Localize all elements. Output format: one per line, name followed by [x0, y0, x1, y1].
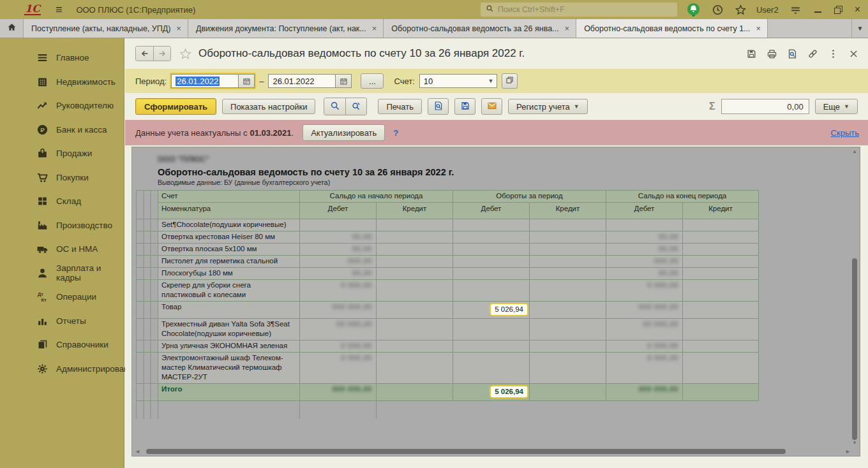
- amount-cell[interactable]: [683, 256, 759, 268]
- table-row[interactable]: Отвертка крестовая Heiser 80 мм00,0000,0…: [137, 231, 759, 244]
- more-button[interactable]: Еще▼: [815, 99, 858, 114]
- actualize-button[interactable]: Актуализировать: [303, 124, 385, 141]
- amount-cell[interactable]: [377, 231, 453, 244]
- nomenclature-cell[interactable]: Трехместный диван Yalta Sofa 3¶Seat Choc…: [158, 319, 300, 340]
- home-tab[interactable]: [0, 19, 24, 38]
- amount-cell[interactable]: 0 000,00: [606, 353, 683, 384]
- restore-button[interactable]: [834, 6, 842, 13]
- amount-cell[interactable]: [377, 244, 453, 256]
- amount-cell[interactable]: [683, 340, 759, 353]
- amount-cell[interactable]: [453, 340, 530, 353]
- amount-cell[interactable]: [453, 353, 530, 384]
- vertical-scroll-thumb[interactable]: [852, 258, 857, 440]
- amount-cell[interactable]: [683, 268, 759, 280]
- sidebar-item-trend[interactable]: Руководителю: [0, 94, 124, 118]
- amount-cell[interactable]: [453, 231, 530, 244]
- sidebar-item-dtkt[interactable]: ДтКтОперации: [0, 285, 124, 309]
- amount-cell[interactable]: [530, 244, 606, 256]
- find-button[interactable]: [324, 98, 345, 115]
- amount-cell[interactable]: [453, 256, 530, 268]
- table-row[interactable]: Отвертка плоская 5х100 мм00,0000,00: [137, 244, 759, 256]
- favorite-star-icon[interactable]: [179, 47, 192, 61]
- table-row[interactable]: Электромонтажный шкаф Телеком-мастер Кли…: [137, 353, 759, 384]
- amount-cell[interactable]: [453, 244, 530, 256]
- calendar-icon[interactable]: [238, 75, 254, 87]
- sidebar-item-ruble[interactable]: РБанк и касса: [0, 118, 124, 142]
- amount-cell[interactable]: [453, 268, 530, 280]
- amount-cell[interactable]: 0 000,00: [606, 340, 683, 353]
- scroll-right-icon[interactable]: ►: [845, 448, 851, 455]
- autosum-field[interactable]: [721, 99, 809, 114]
- link-icon[interactable]: [807, 48, 818, 59]
- nomenclature-cell[interactable]: Отвертка крестовая Heiser 80 мм: [158, 231, 300, 244]
- sidebar-item-person[interactable]: Зарплата и кадры: [0, 261, 124, 286]
- tab-close-icon[interactable]: ×: [565, 24, 570, 33]
- amount-cell[interactable]: [530, 302, 606, 319]
- amount-cell[interactable]: [377, 384, 453, 401]
- amount-cell[interactable]: [530, 268, 606, 280]
- scroll-left-icon[interactable]: ◄: [135, 448, 140, 455]
- table-row[interactable]: Пистолет для герметика стальной000,00000…: [137, 256, 759, 268]
- amount-cell[interactable]: [377, 319, 453, 340]
- amount-cell[interactable]: [453, 319, 530, 340]
- amount-cell[interactable]: [683, 280, 759, 302]
- horizontal-scroll-thumb[interactable]: [146, 449, 786, 454]
- table-row[interactable]: Скрепер для уборки снега пластиковый с к…: [137, 280, 759, 302]
- save-button[interactable]: [454, 98, 475, 115]
- sidebar-item-menu[interactable]: Главное: [0, 46, 124, 70]
- table-row[interactable]: Трехместный диван Yalta Sofa 3¶Seat Choc…: [137, 319, 759, 340]
- back-button[interactable]: [136, 47, 153, 61]
- amount-cell[interactable]: 000 000,00: [606, 384, 683, 401]
- tab-close-icon[interactable]: ×: [372, 24, 377, 33]
- sidebar-item-truck[interactable]: ОС и НМА: [0, 237, 124, 261]
- save-icon[interactable]: [746, 48, 757, 59]
- amount-cell[interactable]: 000,00: [606, 256, 683, 268]
- amount-cell[interactable]: 5 026,94: [453, 384, 530, 401]
- amount-cell[interactable]: [530, 384, 606, 401]
- sidebar-item-building[interactable]: Недвижимость: [0, 70, 124, 94]
- amount-cell[interactable]: 0 000,00: [300, 280, 377, 302]
- total-row[interactable]: Итого000 000,005 026,94000 000,00: [137, 384, 759, 401]
- tab[interactable]: Оборотно-сальдовая ведомость за 26 янва.…: [384, 19, 576, 38]
- hide-warning-link[interactable]: Скрыть: [831, 128, 859, 138]
- tab[interactable]: Поступление (акты, накладные, УПД)×: [24, 19, 188, 38]
- amount-cell[interactable]: [453, 280, 530, 302]
- amount-cell[interactable]: 000 000,00: [300, 384, 377, 401]
- amount-cell[interactable]: [377, 340, 453, 353]
- sidebar-item-books[interactable]: Справочники: [0, 333, 124, 357]
- amount-cell[interactable]: [377, 219, 453, 231]
- notifications-icon[interactable]: [686, 3, 701, 17]
- nomenclature-cell[interactable]: Плоскогубцы 180 мм: [158, 268, 300, 280]
- nomenclature-cell[interactable]: Электромонтажный шкаф Телеком-мастер Кли…: [158, 353, 300, 384]
- amount-cell[interactable]: [530, 256, 606, 268]
- find-next-button[interactable]: [345, 98, 366, 115]
- amount-cell[interactable]: 0 000,00: [606, 280, 683, 302]
- scroll-up-icon[interactable]: ▲: [852, 149, 857, 154]
- sidebar-item-gear[interactable]: Администрирование: [0, 357, 124, 381]
- amount-cell[interactable]: [530, 231, 606, 244]
- nomenclature-cell[interactable]: Пистолет для герметика стальной: [158, 256, 300, 268]
- nomenclature-cell[interactable]: Отвертка плоская 5х100 мм: [158, 244, 300, 256]
- tab-close-icon[interactable]: ×: [756, 24, 761, 33]
- horizontal-scrollbar[interactable]: ◄ ►: [141, 448, 843, 455]
- scroll-down-icon[interactable]: ▼: [852, 440, 857, 446]
- amount-cell[interactable]: [377, 353, 453, 384]
- nomenclature-cell[interactable]: Set¶Chocolate(подушки коричневые): [158, 219, 300, 231]
- help-link[interactable]: ?: [393, 128, 398, 138]
- sidebar-item-bag[interactable]: Продажи: [0, 142, 124, 166]
- amount-cell[interactable]: 000,00: [300, 256, 377, 268]
- current-user[interactable]: User2: [756, 5, 779, 15]
- account-select[interactable]: 10 ▼: [419, 74, 497, 88]
- amount-cell[interactable]: 00,00: [606, 231, 683, 244]
- preview-button[interactable]: [428, 98, 449, 115]
- account-choose-button[interactable]: [502, 73, 518, 89]
- amount-cell[interactable]: 0 000,00: [300, 340, 377, 353]
- global-search-input[interactable]: Поиск Ctrl+Shift+F: [481, 3, 677, 17]
- amount-cell[interactable]: [683, 302, 759, 319]
- amount-cell[interactable]: [530, 319, 606, 340]
- amount-cell[interactable]: 00,00: [300, 244, 377, 256]
- amount-cell[interactable]: [453, 219, 530, 231]
- minimize-button[interactable]: [814, 11, 821, 13]
- amount-cell[interactable]: 0 000,00: [300, 353, 377, 384]
- close-window-button[interactable]: ×: [855, 4, 860, 15]
